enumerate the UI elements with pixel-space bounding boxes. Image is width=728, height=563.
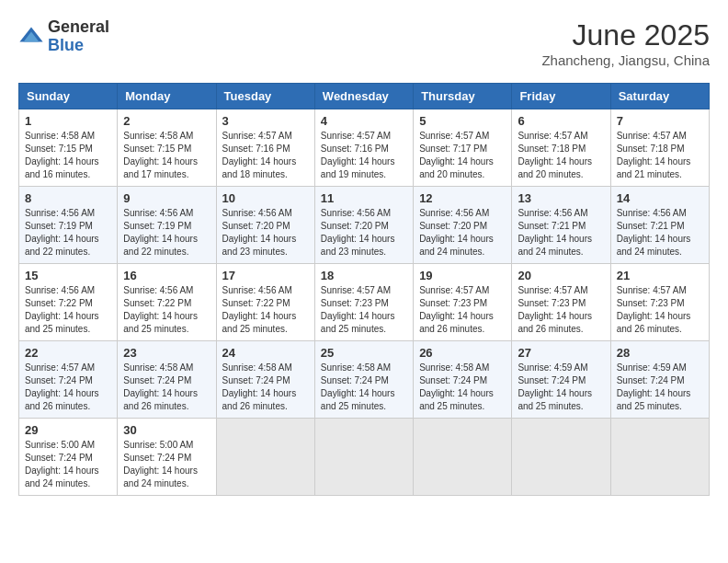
calendar-cell: 4Sunrise: 4:57 AMSunset: 7:16 PMDaylight… (314, 109, 413, 187)
day-number: 18 (321, 269, 407, 282)
calendar-cell: 15Sunrise: 4:56 AMSunset: 7:22 PMDayligh… (19, 264, 118, 341)
weekday-header: Friday (512, 84, 610, 109)
day-number: 28 (617, 346, 703, 360)
day-number: 26 (419, 346, 506, 360)
calendar-cell: 12Sunrise: 4:56 AMSunset: 7:20 PMDayligh… (414, 187, 512, 264)
day-number: 1 (25, 114, 111, 128)
day-detail: Sunrise: 4:57 AMSunset: 7:23 PMDaylight:… (419, 284, 506, 336)
day-detail: Sunrise: 4:56 AMSunset: 7:22 PMDaylight:… (222, 284, 309, 336)
calendar-week-row: 8Sunrise: 4:56 AMSunset: 7:19 PMDaylight… (19, 187, 710, 264)
day-number: 30 (123, 423, 210, 437)
day-detail: Sunrise: 4:57 AMSunset: 7:18 PMDaylight:… (617, 130, 703, 181)
logo-icon (18, 24, 44, 50)
day-number: 12 (419, 191, 506, 205)
calendar-cell: 23Sunrise: 4:58 AMSunset: 7:24 PMDayligh… (118, 341, 216, 419)
day-detail: Sunrise: 4:57 AMSunset: 7:16 PMDaylight:… (222, 130, 309, 181)
day-number: 13 (518, 191, 604, 205)
day-detail: Sunrise: 4:57 AMSunset: 7:23 PMDaylight:… (617, 284, 703, 336)
day-detail: Sunrise: 5:00 AMSunset: 7:24 PMDaylight:… (123, 439, 210, 490)
day-detail: Sunrise: 4:58 AMSunset: 7:15 PMDaylight:… (123, 130, 210, 181)
day-number: 9 (123, 191, 210, 205)
weekday-header: Tuesday (216, 84, 314, 109)
day-number: 11 (321, 191, 407, 205)
day-detail: Sunrise: 4:56 AMSunset: 7:20 PMDaylight:… (419, 207, 506, 259)
calendar-cell: 18Sunrise: 4:57 AMSunset: 7:23 PMDayligh… (314, 264, 413, 341)
day-detail: Sunrise: 4:57 AMSunset: 7:23 PMDaylight:… (321, 284, 407, 336)
day-detail: Sunrise: 4:58 AMSunset: 7:24 PMDaylight:… (123, 362, 210, 413)
calendar-cell: 26Sunrise: 4:58 AMSunset: 7:24 PMDayligh… (414, 341, 512, 419)
location: Zhancheng, Jiangsu, China (541, 52, 710, 68)
day-number: 16 (123, 269, 210, 282)
day-detail: Sunrise: 4:57 AMSunset: 7:24 PMDaylight:… (25, 362, 111, 413)
day-number: 23 (123, 346, 210, 360)
calendar-cell: 30Sunrise: 5:00 AMSunset: 7:24 PMDayligh… (118, 419, 216, 496)
calendar-cell: 27Sunrise: 4:59 AMSunset: 7:24 PMDayligh… (512, 341, 610, 419)
calendar-cell: 21Sunrise: 4:57 AMSunset: 7:23 PMDayligh… (610, 264, 709, 341)
weekday-header: Sunday (19, 84, 118, 109)
day-number: 3 (222, 114, 309, 128)
day-detail: Sunrise: 4:56 AMSunset: 7:21 PMDaylight:… (617, 207, 703, 259)
weekday-header: Wednesday (314, 84, 413, 109)
day-detail: Sunrise: 4:59 AMSunset: 7:24 PMDaylight:… (518, 362, 604, 413)
calendar-cell: 16Sunrise: 4:56 AMSunset: 7:22 PMDayligh… (118, 264, 216, 341)
day-number: 22 (25, 346, 111, 360)
calendar-week-row: 29Sunrise: 5:00 AMSunset: 7:24 PMDayligh… (19, 419, 710, 496)
calendar-cell: 1Sunrise: 4:58 AMSunset: 7:15 PMDaylight… (19, 109, 118, 187)
calendar-cell: 25Sunrise: 4:58 AMSunset: 7:24 PMDayligh… (314, 341, 413, 419)
day-number: 29 (25, 423, 111, 437)
calendar-cell: 10Sunrise: 4:56 AMSunset: 7:20 PMDayligh… (216, 187, 314, 264)
title-section: June 2025 Zhancheng, Jiangsu, China (541, 18, 710, 68)
day-detail: Sunrise: 4:56 AMSunset: 7:19 PMDaylight:… (25, 207, 111, 259)
calendar-cell: 3Sunrise: 4:57 AMSunset: 7:16 PMDaylight… (216, 109, 314, 187)
day-detail: Sunrise: 4:58 AMSunset: 7:15 PMDaylight:… (25, 130, 111, 181)
calendar-cell: 9Sunrise: 4:56 AMSunset: 7:19 PMDaylight… (118, 187, 216, 264)
day-number: 24 (222, 346, 309, 360)
day-number: 5 (419, 114, 506, 128)
day-number: 7 (617, 114, 703, 128)
day-number: 2 (123, 114, 210, 128)
calendar-week-row: 22Sunrise: 4:57 AMSunset: 7:24 PMDayligh… (19, 341, 710, 419)
calendar-cell: 7Sunrise: 4:57 AMSunset: 7:18 PMDaylight… (610, 109, 709, 187)
day-number: 21 (617, 269, 703, 282)
day-detail: Sunrise: 5:00 AMSunset: 7:24 PMDaylight:… (25, 439, 111, 490)
day-detail: Sunrise: 4:57 AMSunset: 7:18 PMDaylight:… (518, 130, 604, 181)
weekday-header: Thursday (414, 84, 512, 109)
calendar-cell: 6Sunrise: 4:57 AMSunset: 7:18 PMDaylight… (512, 109, 610, 187)
day-number: 4 (321, 114, 407, 128)
day-detail: Sunrise: 4:57 AMSunset: 7:17 PMDaylight:… (419, 130, 506, 181)
calendar-week-row: 15Sunrise: 4:56 AMSunset: 7:22 PMDayligh… (19, 264, 710, 341)
day-detail: Sunrise: 4:56 AMSunset: 7:21 PMDaylight:… (518, 207, 604, 259)
day-detail: Sunrise: 4:58 AMSunset: 7:24 PMDaylight:… (419, 362, 506, 413)
day-detail: Sunrise: 4:58 AMSunset: 7:24 PMDaylight:… (321, 362, 407, 413)
calendar-cell: 17Sunrise: 4:56 AMSunset: 7:22 PMDayligh… (216, 264, 314, 341)
day-number: 8 (25, 191, 111, 205)
logo-text: General Blue (48, 18, 109, 55)
day-number: 10 (222, 191, 309, 205)
weekday-header: Monday (118, 84, 216, 109)
calendar-cell: 14Sunrise: 4:56 AMSunset: 7:21 PMDayligh… (610, 187, 709, 264)
calendar-cell: 11Sunrise: 4:56 AMSunset: 7:20 PMDayligh… (314, 187, 413, 264)
logo: General Blue (18, 18, 109, 55)
day-number: 20 (518, 269, 604, 282)
calendar-cell (414, 419, 512, 496)
day-number: 14 (617, 191, 703, 205)
day-detail: Sunrise: 4:56 AMSunset: 7:19 PMDaylight:… (123, 207, 210, 259)
calendar-cell: 2Sunrise: 4:58 AMSunset: 7:15 PMDaylight… (118, 109, 216, 187)
day-number: 15 (25, 269, 111, 282)
calendar-cell: 24Sunrise: 4:58 AMSunset: 7:24 PMDayligh… (216, 341, 314, 419)
calendar-header-row: SundayMondayTuesdayWednesdayThursdayFrid… (19, 84, 710, 109)
calendar-cell: 29Sunrise: 5:00 AMSunset: 7:24 PMDayligh… (19, 419, 118, 496)
day-number: 6 (518, 114, 604, 128)
calendar-cell (314, 419, 413, 496)
calendar-table: SundayMondayTuesdayWednesdayThursdayFrid… (18, 83, 710, 496)
calendar-cell (512, 419, 610, 496)
day-number: 17 (222, 269, 309, 282)
day-number: 27 (518, 346, 604, 360)
calendar-week-row: 1Sunrise: 4:58 AMSunset: 7:15 PMDaylight… (19, 109, 710, 187)
month-title: June 2025 (541, 18, 710, 52)
day-detail: Sunrise: 4:57 AMSunset: 7:16 PMDaylight:… (321, 130, 407, 181)
calendar-cell: 28Sunrise: 4:59 AMSunset: 7:24 PMDayligh… (610, 341, 709, 419)
calendar-cell: 20Sunrise: 4:57 AMSunset: 7:23 PMDayligh… (512, 264, 610, 341)
calendar-cell: 5Sunrise: 4:57 AMSunset: 7:17 PMDaylight… (414, 109, 512, 187)
day-detail: Sunrise: 4:59 AMSunset: 7:24 PMDaylight:… (617, 362, 703, 413)
